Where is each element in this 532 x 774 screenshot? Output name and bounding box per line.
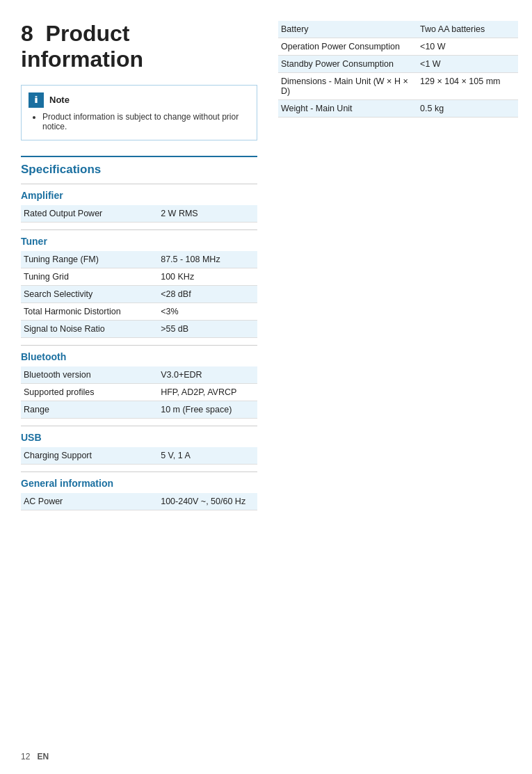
spec-label: Operation Power Consumption bbox=[278, 38, 417, 56]
spec-value: 0.5 kg bbox=[417, 100, 518, 118]
table-row: Standby Power Consumption <1 W bbox=[278, 56, 518, 73]
bluetooth-table: Bluetooth version V3.0+EDR Supported pro… bbox=[21, 366, 257, 419]
spec-label: Search Selectivity bbox=[21, 285, 158, 303]
tuner-table: Tuning Range (FM) 87.5 - 108 MHz Tuning … bbox=[21, 251, 257, 338]
general-information-heading: General information bbox=[21, 471, 257, 489]
chapter-number: 8 bbox=[21, 21, 33, 46]
spec-value: 2 W RMS bbox=[158, 205, 257, 223]
spec-label: Total Harmonic Distortion bbox=[21, 303, 158, 320]
bluetooth-heading: Bluetooth bbox=[21, 345, 257, 362]
note-list: Product information is subject to change… bbox=[40, 112, 247, 131]
spec-label: Battery bbox=[278, 21, 417, 38]
spec-label: Range bbox=[21, 401, 158, 418]
tuner-heading: Tuner bbox=[21, 229, 257, 247]
svg-rect-2 bbox=[35, 97, 38, 103]
table-row: Range 10 m (Free space) bbox=[21, 401, 257, 418]
spec-value: 129 × 104 × 105 mm bbox=[417, 73, 518, 100]
spec-value: 87.5 - 108 MHz bbox=[158, 251, 257, 268]
spec-value: 100 KHz bbox=[158, 268, 257, 285]
general-table: AC Power 100-240V ~, 50/60 Hz bbox=[21, 493, 257, 510]
page-number: 12 bbox=[21, 752, 30, 761]
left-column: 8 Productinformation Note Product inform… bbox=[0, 14, 271, 760]
spec-label: AC Power bbox=[21, 493, 158, 510]
spec-value: <10 W bbox=[417, 38, 518, 56]
table-row: Tuning Grid 100 KHz bbox=[21, 268, 257, 285]
table-row: AC Power 100-240V ~, 50/60 Hz bbox=[21, 493, 257, 510]
note-label: Note bbox=[49, 95, 70, 105]
spec-label: Standby Power Consumption bbox=[278, 56, 417, 73]
spec-label: Tuning Range (FM) bbox=[21, 251, 158, 268]
spec-value: 5 V, 1 A bbox=[158, 447, 257, 465]
right-spec-table: Battery Two AA batteries Operation Power… bbox=[278, 21, 518, 118]
spec-value: >55 dB bbox=[158, 320, 257, 337]
usb-heading: USB bbox=[21, 426, 257, 443]
spec-label: Weight - Main Unit bbox=[278, 100, 417, 118]
table-row: Total Harmonic Distortion <3% bbox=[21, 303, 257, 320]
right-column: Battery Two AA batteries Operation Power… bbox=[271, 14, 532, 760]
spec-label: Bluetooth version bbox=[21, 366, 158, 384]
amplifier-table: Rated Output Power 2 W RMS bbox=[21, 205, 257, 223]
spec-label: Tuning Grid bbox=[21, 268, 158, 285]
amplifier-heading: Amplifier bbox=[21, 184, 257, 201]
table-row: Operation Power Consumption <10 W bbox=[278, 38, 518, 56]
svg-rect-0 bbox=[35, 96, 38, 97]
note-item-1: Product information is subject to change… bbox=[42, 112, 247, 131]
table-row: Tuning Range (FM) 87.5 - 108 MHz bbox=[21, 251, 257, 268]
table-row: Charging Support 5 V, 1 A bbox=[21, 447, 257, 465]
table-row: Weight - Main Unit 0.5 kg bbox=[278, 100, 518, 118]
note-icon bbox=[29, 92, 44, 108]
spec-label: Charging Support bbox=[21, 447, 158, 465]
table-row: Battery Two AA batteries bbox=[278, 21, 518, 38]
note-header: Note bbox=[29, 92, 247, 108]
chapter-title: Productinformation bbox=[21, 21, 143, 72]
table-row: Bluetooth version V3.0+EDR bbox=[21, 366, 257, 384]
spec-value: HFP, AD2P, AVRCP bbox=[158, 383, 257, 401]
spec-value: <3% bbox=[158, 303, 257, 320]
spec-label: Rated Output Power bbox=[21, 205, 158, 223]
language-label: EN bbox=[37, 752, 49, 761]
table-row: Signal to Noise Ratio >55 dB bbox=[21, 320, 257, 337]
spec-value: <28 dBf bbox=[158, 285, 257, 303]
table-row: Dimensions - Main Unit (W × H × D) 129 ×… bbox=[278, 73, 518, 100]
page-footer: 12 EN bbox=[21, 752, 49, 761]
spec-value: 10 m (Free space) bbox=[158, 401, 257, 418]
spec-label: Supported profiles bbox=[21, 383, 158, 401]
note-box: Note Product information is subject to c… bbox=[21, 85, 257, 140]
spec-value: Two AA batteries bbox=[417, 21, 518, 38]
specifications-heading: Specifications bbox=[21, 156, 257, 177]
usb-table: Charging Support 5 V, 1 A bbox=[21, 447, 257, 465]
spec-label: Dimensions - Main Unit (W × H × D) bbox=[278, 73, 417, 100]
spec-label: Signal to Noise Ratio bbox=[21, 320, 158, 337]
chapter-heading: 8 Productinformation bbox=[21, 21, 257, 72]
table-row: Search Selectivity <28 dBf bbox=[21, 285, 257, 303]
spec-value: 100-240V ~, 50/60 Hz bbox=[158, 493, 257, 510]
spec-value: V3.0+EDR bbox=[158, 366, 257, 384]
spec-value: <1 W bbox=[417, 56, 518, 73]
table-row: Supported profiles HFP, AD2P, AVRCP bbox=[21, 383, 257, 401]
table-row: Rated Output Power 2 W RMS bbox=[21, 205, 257, 223]
